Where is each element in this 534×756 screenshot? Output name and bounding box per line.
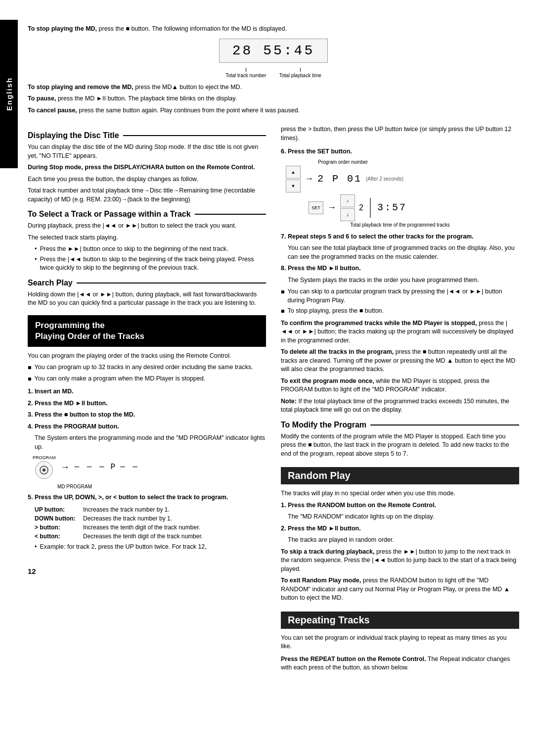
example-text: • Example: for track 2, press the UP but…	[35, 543, 266, 552]
total-pb-label: Total playback time of the programmed tr…	[350, 222, 519, 228]
step8-label: 8. Press the MD ►II button.	[281, 264, 519, 273]
note: Note: If the total playback time of the …	[281, 397, 519, 415]
step6-diagram: Program order number ▲ ▼ → 2 P 01 (After…	[286, 159, 519, 228]
two-col-layout: Displaying the Disc Title You can displa…	[28, 125, 519, 726]
step6-row1: ▲ ▼ → 2 P 01 (After 2 seconds)	[286, 166, 519, 192]
arrow-symbol: →	[61, 462, 70, 472]
vertical-line	[370, 198, 371, 218]
confirm-note: To confirm the programmed tracks while t…	[281, 319, 519, 345]
col-right: press the > button, then press the UP bu…	[281, 125, 519, 726]
up-icon: ▲	[286, 166, 301, 179]
down-icon: ▼	[286, 180, 301, 192]
repeating-tracks-intro: You can set the program or individual tr…	[281, 634, 519, 651]
delete-note: To delete all the tracks in the program,…	[281, 348, 519, 374]
page-container: English To stop playing the MD, press th…	[0, 0, 534, 756]
step3: 3. Press the ■ button to stop the MD.	[28, 411, 266, 420]
random-step2-detail: The tracks are played in random order.	[288, 536, 519, 545]
step6-display1: 2 P 01	[317, 173, 362, 185]
gt-key: > button:	[35, 523, 79, 532]
step2: 2. Press the MD ►II button.	[28, 399, 266, 408]
step6-person-icons: ♪ ♩	[340, 194, 355, 221]
section-line4	[370, 425, 519, 425]
program-order-label: Program order number	[318, 159, 519, 165]
lt-detail: Decreases the tenth digit of the track n…	[83, 532, 203, 541]
step6-display2: 3:57	[377, 202, 407, 213]
label-line	[246, 68, 246, 72]
lt-row: < button: Decreases the tenth digit of t…	[35, 532, 266, 541]
content-area: To stop playing the MD, press the ■ butt…	[18, 20, 534, 736]
step6-icons: ▲ ▼	[286, 166, 301, 192]
after-2sec: (After 2 seconds)	[366, 176, 403, 182]
step5: 5. Press the UP, DOWN, >, or < button to…	[28, 493, 266, 502]
disc-title-sequence-detail: Total track number and total playback ti…	[28, 187, 266, 204]
sidebar-english-tab: English	[0, 20, 18, 168]
step6-2nd-col: → ♪ ♩ 2	[327, 194, 363, 221]
search-play-body: Holding down the |◄◄ or ►►| button, duri…	[28, 290, 266, 308]
step4-detail: The System enters the programming mode a…	[35, 434, 266, 451]
bullet-sym2: •	[35, 255, 37, 264]
exit-note: To exit the program mode once, while the…	[281, 377, 519, 394]
icon-top-right: ♪	[340, 194, 355, 207]
step8-detail: The System plays the tracks in the order…	[288, 276, 519, 285]
random-step1-detail: The "MD RANDOM" indicator lights up on t…	[288, 513, 519, 521]
md-program-label: MD PROGRAM	[57, 484, 266, 489]
disc-title-sequence-note: Each time you press the button, the disp…	[28, 175, 266, 184]
select-track-bullet2: • Press the |◄◄ button to skip to the be…	[35, 255, 266, 273]
disc-title-bold-note: During Stop mode, press the DISPLAY/CHAR…	[28, 163, 266, 172]
stop-remove-text: To stop playing and remove the MD, press…	[28, 83, 519, 92]
step6-arrow2-row: → ♪ ♩ 2	[327, 194, 363, 221]
sq2: ■	[281, 307, 285, 316]
stop-playing-text: To stop playing the MD, press the ■ butt…	[28, 25, 519, 34]
step8-bullet2: ■ To stop playing, press the ■ button.	[281, 307, 519, 316]
svg-point-1	[43, 469, 45, 472]
programming-bullet1: ■ You can program up to 32 tracks in any…	[28, 363, 266, 373]
up-row: UP button: Increases the track number by…	[35, 505, 266, 514]
search-play-section-header: Search Play	[28, 279, 266, 287]
select-track-section-header: To Select a Track or Passage within a Tr…	[28, 210, 266, 219]
step4: 4. Press the PROGRAM button.	[28, 423, 266, 431]
programming-heading-section: Programming the Playing Order of the Tra…	[28, 315, 266, 347]
display-labels: Total track number Total playback time	[219, 68, 328, 78]
section-line2	[195, 214, 266, 215]
step7-label: 7. Repeat steps 5 and 6 to select the ot…	[281, 233, 519, 241]
repeating-tracks-heading: Repeating Tracks	[281, 612, 519, 629]
program-icon-label: PROGRAM	[33, 455, 56, 460]
select-track-bullet1: • Press the ►►| button once to skip to t…	[35, 245, 266, 254]
up-key: UP button:	[35, 505, 79, 514]
lt-key: < button:	[35, 532, 79, 541]
label-playback-time: Total playback time	[279, 68, 321, 78]
programming-diagram: PROGRAM → — — — P — —	[33, 455, 266, 479]
section-line	[123, 135, 266, 136]
dashes1: — — —	[75, 463, 106, 472]
step7-detail: You can see the total playback time of p…	[288, 244, 519, 261]
disc-title-body: You can display the disc title of the MD…	[28, 143, 266, 160]
p-letter: P	[111, 463, 116, 472]
display-box: 28 55:45	[219, 39, 328, 63]
up-detail: Increases the track number by 1.	[83, 505, 170, 514]
gt-row: > button: Increases the tenth digit of t…	[35, 523, 266, 532]
step5-cont: press the > button, then press the UP bu…	[281, 125, 519, 142]
col-left: Displaying the Disc Title You can displa…	[28, 125, 266, 726]
bullet-sym1: •	[35, 245, 37, 254]
down-detail: Decreases the track number by 1.	[83, 514, 172, 523]
select-track-body: During playback, press the |◄◄ or ►►| bu…	[28, 222, 266, 231]
down-key: DOWN button:	[35, 514, 79, 523]
label-line2	[300, 68, 301, 72]
modify-program-body: Modify the contents of the program while…	[281, 432, 519, 459]
down-row: DOWN button: Decreases the track number …	[35, 514, 266, 523]
top-section: To stop playing the MD, press the ■ butt…	[28, 25, 519, 118]
sidebar-label: English	[5, 77, 13, 111]
step8-bullet1: ■ You can skip to a particular program t…	[281, 287, 519, 305]
random-play-intro: The tracks will play in no special order…	[281, 489, 519, 498]
program-svg	[39, 465, 49, 475]
program-button-icon	[35, 461, 53, 479]
random-step2: 2. Press the MD ►II button.	[281, 524, 519, 533]
random-step1: 1. Press the RANDOM button on the Remote…	[281, 501, 519, 510]
program-icon-wrap: PROGRAM	[33, 455, 56, 479]
select-track-starts: The selected track starts playing.	[28, 234, 266, 242]
step6-label: 6. Press the SET button.	[281, 147, 519, 156]
disc-title-section-header: Displaying the Disc Title	[28, 131, 266, 140]
random-exit-note: To exit Random Play mode, press the RAND…	[281, 576, 519, 603]
step6-arrow: →	[305, 174, 313, 184]
label-track-number: Total track number	[225, 68, 266, 78]
